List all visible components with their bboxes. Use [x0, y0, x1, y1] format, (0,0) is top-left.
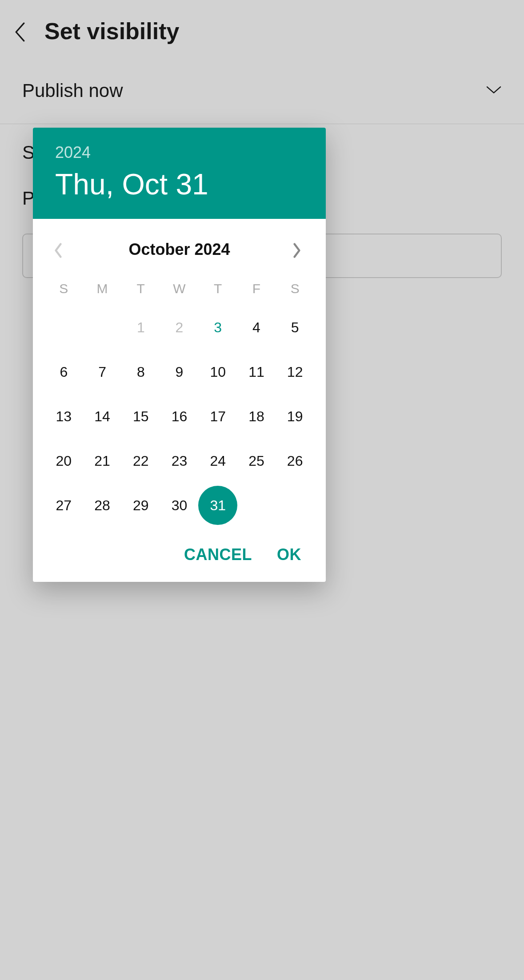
calendar-day[interactable]: 11 [237, 350, 276, 394]
calendar-day[interactable]: 17 [199, 394, 237, 439]
calendar-day[interactable]: 29 [121, 483, 160, 528]
calendar-day[interactable]: 14 [83, 394, 122, 439]
weekday-label: S [276, 281, 314, 296]
calendar-empty-cell [237, 483, 276, 528]
weekday-label: T [199, 281, 237, 296]
ok-button[interactable]: OK [277, 545, 301, 564]
calendar-day[interactable]: 7 [83, 350, 122, 394]
calendar-day[interactable]: 22 [121, 439, 160, 483]
chevron-right-icon [292, 242, 302, 258]
cancel-button[interactable]: CANCEL [184, 545, 252, 564]
calendar-day[interactable]: 15 [121, 394, 160, 439]
calendar-day[interactable]: 12 [276, 350, 314, 394]
calendar-day[interactable]: 6 [44, 350, 83, 394]
dialog-actions: CANCEL OK [33, 536, 326, 582]
date-picker-header: 2024 Thu, Oct 31 [33, 128, 326, 219]
calendar-day[interactable]: 25 [237, 439, 276, 483]
selected-date-label[interactable]: Thu, Oct 31 [55, 167, 304, 201]
calendar-day[interactable]: 20 [44, 439, 83, 483]
calendar-day[interactable]: 21 [83, 439, 122, 483]
calendar-day[interactable]: 3 [199, 305, 237, 350]
calendar-day[interactable]: 10 [199, 350, 237, 394]
calendar-day[interactable]: 26 [276, 439, 314, 483]
calendar-day[interactable]: 30 [160, 483, 199, 528]
weekday-label: M [83, 281, 122, 296]
weekday-label: T [121, 281, 160, 296]
weekday-header-row: SMTWTFS [33, 268, 326, 301]
calendar-empty-cell [83, 305, 122, 350]
weekday-label: W [160, 281, 199, 296]
calendar-day[interactable]: 1 [121, 305, 160, 350]
calendar-empty-cell [276, 483, 314, 528]
calendar-day[interactable]: 13 [44, 394, 83, 439]
calendar-grid: 1234567891011121314151617181920212223242… [33, 301, 326, 536]
calendar-day[interactable]: 5 [276, 305, 314, 350]
month-nav: October 2024 [33, 219, 326, 268]
calendar-empty-cell [44, 305, 83, 350]
chevron-left-icon [53, 242, 64, 258]
current-month-label: October 2024 [128, 240, 230, 259]
calendar-day[interactable]: 4 [237, 305, 276, 350]
weekday-label: F [237, 281, 276, 296]
year-selector[interactable]: 2024 [55, 143, 304, 162]
calendar-day[interactable]: 8 [121, 350, 160, 394]
calendar-day[interactable]: 18 [237, 394, 276, 439]
prev-month-button[interactable] [53, 242, 67, 257]
calendar-day[interactable]: 9 [160, 350, 199, 394]
calendar-day[interactable]: 28 [83, 483, 122, 528]
calendar-day[interactable]: 24 [199, 439, 237, 483]
next-month-button[interactable] [292, 242, 306, 257]
calendar-day[interactable]: 19 [276, 394, 314, 439]
date-picker-dialog: 2024 Thu, Oct 31 October 2024 SMTWTFS 12… [33, 128, 326, 582]
calendar-day[interactable]: 31 [199, 483, 237, 528]
calendar-day[interactable]: 23 [160, 439, 199, 483]
weekday-label: S [44, 281, 83, 296]
calendar-day[interactable]: 27 [44, 483, 83, 528]
calendar-day[interactable]: 16 [160, 394, 199, 439]
calendar-day[interactable]: 2 [160, 305, 199, 350]
